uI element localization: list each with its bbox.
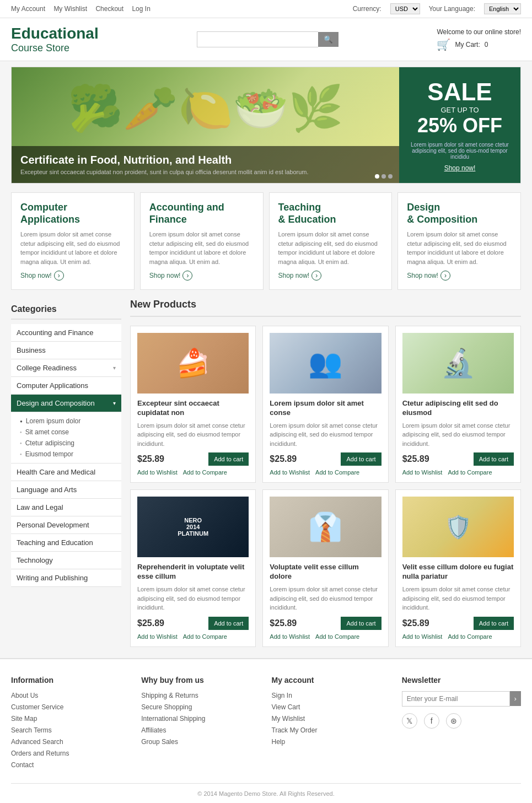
add-to-cart-5[interactable]: Add to cart	[474, 617, 514, 630]
sidebar-item-design[interactable]: Design and Composition ▾	[11, 395, 121, 412]
product-bottom-1: $25.89 Add to cart	[270, 452, 381, 466]
footer-group-link[interactable]: Group Sales	[141, 738, 178, 746]
footer-viewcart-link[interactable]: View Cart	[272, 703, 300, 711]
product-name-4: Voluptate velit esse cillum dolore	[270, 563, 381, 581]
sidebar-item-business[interactable]: Business	[11, 342, 121, 359]
language-select[interactable]: English	[484, 3, 521, 14]
footer-shipping-link[interactable]: Shipping & Returns	[141, 692, 198, 699]
add-wishlist-5[interactable]: Add to Wishlist	[402, 633, 443, 640]
sidebar-item-personal[interactable]: Personal Development	[11, 516, 121, 534]
cart-area[interactable]: 🛒 My Cart: 0	[437, 38, 521, 51]
submenu-item-1[interactable]: Sit amet conse	[20, 427, 116, 438]
newsletter-form: ›	[402, 691, 521, 707]
add-compare-4[interactable]: Add to Compare	[315, 633, 359, 640]
sidebar-item-technology[interactable]: Technology	[11, 552, 121, 569]
footer-secure-link[interactable]: Secure Shopping	[141, 703, 192, 711]
product-bottom-3: $25.89 Add to cart	[137, 617, 249, 630]
add-to-cart-4[interactable]: Add to cart	[341, 617, 381, 630]
main-content: Categories Accounting and Finance Busine…	[11, 299, 521, 647]
product-image-5: 🛡️	[402, 497, 514, 557]
footer-mywishlist-link[interactable]: My Wishlist	[272, 715, 305, 723]
footer-advanced-search-link[interactable]: Advanced Search	[11, 738, 63, 746]
footer-orders-link[interactable]: Orders and Returns	[11, 750, 69, 757]
submenu-item-3[interactable]: Eiusmod tempor	[20, 449, 116, 460]
footer-sitemap-link[interactable]: Site Map	[11, 715, 37, 723]
add-to-cart-1[interactable]: Add to cart	[341, 452, 381, 466]
footer-help-link[interactable]: Help	[272, 738, 286, 746]
footer-search-terms-link[interactable]: Search Terms	[11, 726, 52, 734]
feature-box-0: ComputerApplications Lorem ipsum dolor s…	[11, 192, 135, 290]
product-links-2: Add to Wishlist Add to Compare	[402, 469, 514, 476]
logo-bold: Educational	[11, 25, 99, 42]
feature-link-2[interactable]: Shop now!	[278, 272, 310, 279]
sidebar-item-computer[interactable]: Computer Applications	[11, 377, 121, 395]
product-desc-5: Lorem ipsum dolor sit amet conse ctetur …	[402, 585, 514, 612]
sale-desc: Lorem ipsum dolor sit amet conse ctetur …	[410, 142, 509, 160]
dot-3[interactable]	[388, 174, 393, 179]
sidebar-item-health[interactable]: Health Care and Medical	[11, 464, 121, 481]
add-compare-3[interactable]: Add to Compare	[183, 633, 227, 640]
product-card-3: NERO2014PLATINUM Reprehenderit in volupt…	[130, 489, 256, 646]
product-price-5: $25.89	[402, 618, 429, 628]
feature-link-3[interactable]: Shop now!	[407, 272, 438, 279]
add-compare-2[interactable]: Add to Compare	[448, 469, 492, 476]
sidebar-item-college[interactable]: College Readiness ▾	[11, 359, 121, 377]
add-to-cart-0[interactable]: Add to cart	[208, 452, 249, 466]
add-to-cart-3[interactable]: Add to cart	[208, 617, 249, 630]
rss-icon[interactable]: ⊛	[446, 713, 461, 729]
submenu-item-2[interactable]: Ctetur adipiscing	[20, 438, 116, 449]
login-link[interactable]: Log In	[132, 5, 150, 13]
social-icons: 𝕏 f ⊛	[402, 713, 521, 729]
footer-about-link[interactable]: About Us	[11, 692, 38, 699]
product-img-icon-2: 🔬	[441, 347, 475, 379]
product-bottom-4: $25.89 Add to cart	[270, 617, 381, 630]
footer-track-link[interactable]: Track My Order	[272, 726, 318, 734]
twitter-icon[interactable]: 𝕏	[402, 713, 417, 729]
dot-1[interactable]	[375, 174, 379, 179]
footer-customer-link[interactable]: Customer Service	[11, 703, 63, 711]
add-to-cart-2[interactable]: Add to cart	[474, 452, 514, 466]
add-wishlist-3[interactable]: Add to Wishlist	[137, 633, 178, 640]
language-label: Your Language:	[429, 5, 475, 13]
currency-select[interactable]: USD	[390, 3, 420, 14]
facebook-icon[interactable]: f	[424, 713, 439, 729]
footer-contact-link[interactable]: Contact	[11, 761, 34, 769]
logo[interactable]: Educational Course Store	[11, 25, 99, 54]
search-input[interactable]	[197, 31, 318, 47]
sidebar-item-teaching[interactable]: Teaching and Education	[11, 534, 121, 552]
feature-link-1[interactable]: Shop now!	[149, 272, 181, 279]
product-name-1: Lorem ipsum dolor sit amet conse	[270, 399, 381, 418]
footer-signin-link[interactable]: Sign In	[272, 692, 292, 699]
search-button[interactable]: 🔍	[318, 32, 338, 47]
footer-why-buy: Why buy from us Shipping & Returns Secur…	[141, 676, 260, 772]
add-wishlist-4[interactable]: Add to Wishlist	[270, 633, 310, 640]
my-account-link[interactable]: My Account	[11, 5, 45, 13]
add-compare-0[interactable]: Add to Compare	[183, 469, 227, 476]
sidebar-item-law[interactable]: Law and Legal	[11, 499, 121, 516]
footer-newsletter-title: Newsletter	[402, 676, 521, 685]
product-links-3: Add to Wishlist Add to Compare	[137, 633, 249, 640]
newsletter-email-input[interactable]	[402, 691, 510, 707]
sale-button[interactable]: Shop now!	[444, 164, 476, 172]
footer-information-title: Information	[11, 676, 130, 685]
footer-affiliates-link[interactable]: Affiliates	[141, 726, 166, 734]
checkout-link[interactable]: Checkout	[95, 5, 123, 13]
dot-2[interactable]	[381, 174, 386, 179]
sidebar-item-accounting[interactable]: Accounting and Finance	[11, 324, 121, 342]
arrow-icon-0: ›	[54, 271, 64, 281]
feature-desc-1: Lorem ipsum dolor sit amet conse ctetur …	[149, 230, 254, 266]
add-wishlist-0[interactable]: Add to Wishlist	[137, 469, 178, 476]
feature-link-0[interactable]: Shop now!	[20, 272, 52, 279]
sidebar-item-language[interactable]: Language and Arts	[11, 481, 121, 499]
top-bar-nav: My Account My Wishlist Checkout Log In	[11, 5, 157, 13]
newsletter-submit-button[interactable]: ›	[510, 691, 521, 706]
add-compare-1[interactable]: Add to Compare	[315, 469, 359, 476]
my-wishlist-link[interactable]: My Wishlist	[53, 5, 87, 13]
footer-intl-link[interactable]: International Shipping	[141, 715, 205, 723]
add-wishlist-1[interactable]: Add to Wishlist	[270, 469, 310, 476]
banner-sale: SALE GET UP TO 25% OFF Lorem ipsum dolor…	[399, 67, 520, 183]
add-compare-5[interactable]: Add to Compare	[448, 633, 492, 640]
add-wishlist-2[interactable]: Add to Wishlist	[402, 469, 443, 476]
sidebar-item-writing[interactable]: Writing and Publishing	[11, 569, 121, 587]
submenu-item-0[interactable]: Lorem ipsum dolor	[20, 416, 116, 427]
